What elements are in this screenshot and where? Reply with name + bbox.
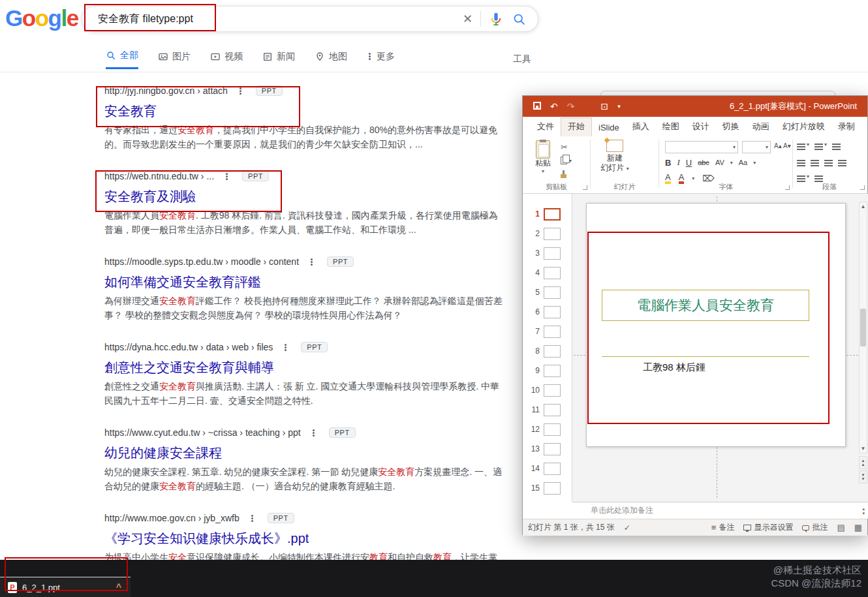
google-logo[interactable]: Google (5, 5, 78, 31)
result-title-link[interactable]: 幼兒的健康安全課程 (104, 444, 222, 461)
result-title-link[interactable]: 安全教育及測驗 (104, 188, 196, 205)
italic-button[interactable]: I (677, 157, 679, 168)
chevron-up-icon[interactable]: ^ (116, 582, 121, 592)
result-url[interactable]: http://jyj.ningbo.gov.cn › attach (104, 85, 228, 96)
scrollbar-thumb[interactable] (860, 309, 866, 346)
slide-title-textbox[interactable]: 電腦作業人員安全教育 (602, 290, 809, 321)
tab-transitions[interactable]: 切换 (716, 118, 746, 136)
result-title-link[interactable]: 安全教育 (104, 102, 157, 119)
indent-button[interactable] (832, 142, 841, 145)
bold-button[interactable]: B (665, 158, 671, 168)
justify-button[interactable] (838, 158, 846, 161)
tab-more[interactable]: 更多 (367, 50, 395, 69)
slide-editing-area[interactable]: 電腦作業人員安全教育 工教98 林后鍾 (586, 203, 846, 447)
result-title-link[interactable]: 《学习安全知识健康快乐成长》.ppt (104, 530, 309, 547)
slide-thumbnail-item[interactable]: 5 (523, 283, 572, 302)
tab-design[interactable]: 设计 (686, 118, 716, 136)
slide-thumbnail-item[interactable]: 14 (523, 459, 572, 478)
format-painter-button[interactable] (561, 169, 572, 179)
result-url[interactable]: https://dyna.hcc.edu.tw › data › web › f… (104, 342, 273, 352)
result-title-link[interactable]: 如何準備交通安全教育評鑑 (104, 273, 261, 290)
reading-view-icon[interactable]: ▤ (837, 523, 845, 532)
clipboard-dialog-launcher-icon[interactable] (583, 185, 587, 190)
more-options-icon[interactable] (313, 432, 315, 434)
slide-thumbnail-item[interactable]: 2 (523, 224, 572, 243)
spellcheck-icon[interactable]: ✓ (624, 523, 630, 532)
tab-draw[interactable]: 绘图 (656, 118, 686, 136)
font-dialog-launcher-icon[interactable] (785, 185, 790, 190)
tools-button[interactable]: 工具 (513, 54, 531, 65)
result-url[interactable]: https://web.ntnu.edu.tw › ... (104, 171, 214, 181)
notes-pane[interactable]: 单击此处添加备注 ▴▾ (572, 502, 868, 519)
slide-thumbnail-item[interactable]: 7 (523, 322, 572, 341)
paragraph-dialog-launcher-icon[interactable] (860, 185, 865, 190)
tab-islide[interactable]: iSlide (592, 120, 626, 136)
slide-thumbnail-item[interactable]: 4 (523, 263, 572, 283)
slide-thumbnail-item[interactable]: 11 (523, 400, 572, 420)
grow-font-icon[interactable]: A▴ (774, 142, 782, 149)
result-title-link[interactable]: 創意性之交通安全教育與輔導 (104, 359, 274, 376)
result-url[interactable]: https://moodle.syps.tp.edu.tw › moodle ›… (104, 256, 299, 267)
scroll-up-icon[interactable]: ▲ (861, 204, 866, 209)
tab-videos[interactable]: 视频 (210, 50, 243, 69)
tab-all[interactable]: 全部 (106, 50, 138, 69)
download-item[interactable]: P 6_2_1.ppt ^ (0, 577, 131, 597)
notes-scroll-arrows[interactable]: ▴▾ (862, 506, 865, 515)
mic-icon[interactable] (489, 12, 503, 26)
tab-animations[interactable]: 动画 (746, 118, 776, 136)
slide-thumbnail-item[interactable]: 1 (523, 204, 572, 224)
tab-maps[interactable]: 地图 (315, 50, 347, 69)
character-spacing-button[interactable]: AV (715, 159, 724, 166)
align-left-button[interactable] (797, 158, 805, 161)
strikethrough-button[interactable]: abc (698, 159, 709, 166)
slide-thumbnail-item[interactable]: 3 (523, 243, 572, 263)
tab-images[interactable]: 图片 (158, 50, 191, 69)
text-direction-button[interactable] (814, 174, 823, 177)
tab-news[interactable]: 新闻 (262, 50, 295, 69)
grid-view-icon[interactable]: ▦ (854, 523, 862, 532)
tab-record[interactable]: 录制 (831, 118, 861, 136)
undo-icon[interactable]: ↶ (550, 102, 558, 111)
previous-slide-button[interactable]: ▲▲ (859, 456, 867, 469)
slide-thumbnail-item[interactable]: 13 (523, 439, 572, 459)
tab-slideshow[interactable]: 幻灯片放映 (776, 118, 831, 136)
result-url[interactable]: http://www.moe.gov.cn › jyb_xwfb (104, 513, 240, 523)
more-options-icon[interactable] (240, 90, 241, 92)
slide-subtitle-text[interactable]: 工教98 林后鍾 (643, 361, 705, 374)
font-size-select[interactable]: ▾ (742, 141, 771, 153)
slideshow-from-start-icon[interactable]: ⊡ (600, 102, 608, 111)
align-right-button[interactable] (824, 158, 833, 161)
bullets-button[interactable]: ▾ (797, 142, 809, 147)
shrink-font-icon[interactable]: A▾ (783, 142, 791, 149)
tab-home[interactable]: 开始 (561, 117, 592, 136)
result-url[interactable]: https://www.cyut.edu.tw › ~crissa › teac… (104, 427, 301, 438)
cut-button[interactable]: ✂ (561, 142, 572, 152)
slide-thumbnail-item[interactable]: 9 (523, 361, 572, 380)
more-options-icon[interactable] (226, 176, 228, 177)
tab-file[interactable]: 文件 (531, 118, 561, 136)
slide-thumbnail-item[interactable]: 10 (523, 380, 572, 400)
scroll-down-icon[interactable]: ▼ (861, 446, 866, 452)
copy-button[interactable]: ▾ (561, 155, 572, 166)
slide-thumbnail-item[interactable]: 6 (523, 302, 572, 322)
quick-access-dropdown-icon[interactable]: ▾ (617, 102, 621, 111)
new-slide-button[interactable]: 新建 幻灯片 ▾ (596, 140, 634, 174)
numbering-button[interactable]: ▾ (814, 142, 827, 147)
comments-button[interactable]: 批注 (802, 522, 828, 533)
align-center-button[interactable] (811, 158, 819, 161)
search-input[interactable] (82, 13, 455, 25)
redo-icon[interactable]: ↷ (567, 102, 575, 111)
change-case-button[interactable]: Aa (739, 159, 747, 166)
slide-thumbnail-item[interactable]: 15 (523, 478, 572, 498)
vertical-scrollbar[interactable]: ▲ ▼ (859, 202, 867, 453)
font-name-select[interactable]: ▾ (665, 141, 738, 153)
slide-thumbnail-item[interactable]: 12 (523, 420, 572, 439)
search-icon[interactable] (512, 12, 526, 26)
next-slide-button[interactable]: ▼▼ (859, 470, 867, 483)
search-box[interactable]: ✕ (82, 6, 538, 32)
notes-toggle-button[interactable]: ≡ 备注 (711, 522, 735, 533)
display-settings-button[interactable]: 显示器设置 (743, 522, 793, 533)
more-options-icon[interactable] (251, 517, 253, 519)
tab-insert[interactable]: 插入 (626, 118, 656, 136)
slide-thumbnail-item[interactable]: 8 (523, 341, 572, 361)
